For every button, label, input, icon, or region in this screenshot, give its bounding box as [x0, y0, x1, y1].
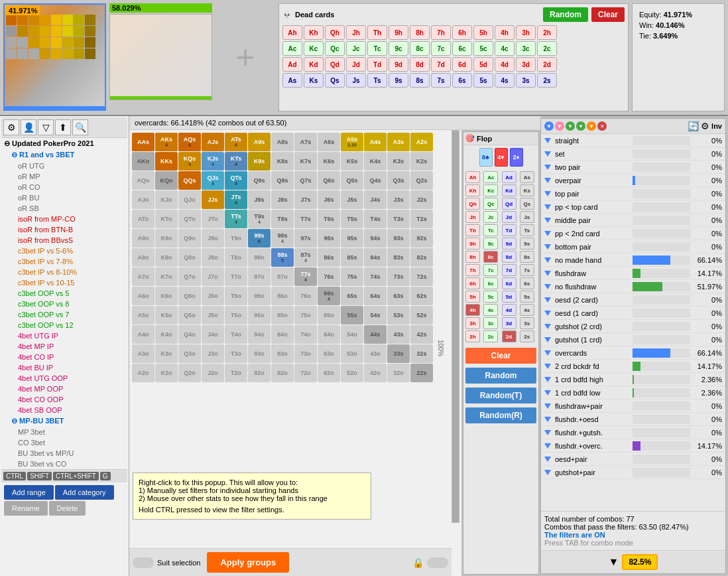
matrix-cell-T5s[interactable]: T5s	[341, 210, 363, 228]
dead-card-9c[interactable]: 9c	[389, 41, 408, 56]
dead-card-5h[interactable]: 5h	[473, 25, 493, 40]
matrix-cell-74o[interactable]: 74o	[294, 325, 317, 344]
matrix-cell-K5o[interactable]: K5o	[155, 306, 178, 324]
matrix-cell-A9s[interactable]: A9s	[248, 133, 271, 151]
matrix-cell-J6o[interactable]: J6o	[202, 287, 224, 305]
matrix-cell-K8s[interactable]: K8s	[271, 152, 294, 171]
dead-card-Ac[interactable]: Ac	[282, 41, 302, 56]
matrix-cell-77s[interactable]: 77s4	[294, 267, 317, 286]
matrix-cell-J6s[interactable]: J6s	[318, 190, 340, 209]
matrix-cell-A7o[interactable]: A7o	[132, 267, 154, 286]
flop-grid-card-7h[interactable]: 7h	[465, 264, 480, 276]
matrix-cell-KKs[interactable]: KKs	[155, 152, 178, 171]
matrix-cell-83s[interactable]: 83s	[387, 248, 410, 267]
search-button[interactable]: 🔍	[72, 119, 88, 135]
flop-grid-card-3c[interactable]: 3c	[483, 317, 498, 329]
sidebar-item-6[interactable]: oR SB	[1, 203, 127, 214]
matrix-cell-Q9o[interactable]: Q9o	[178, 229, 201, 248]
matrix-cell-32s[interactable]: 32s	[410, 344, 433, 363]
dead-card-4s[interactable]: 4s	[495, 73, 515, 88]
stat-row-24[interactable]: oesd+pair 0%	[541, 453, 725, 466]
dead-card-7d[interactable]: 7d	[431, 57, 451, 72]
matrix-cell-TTs[interactable]: TTs4	[225, 210, 247, 228]
dead-card-Jc[interactable]: Jc	[346, 41, 366, 56]
dead-card-Qs[interactable]: Qs	[325, 73, 345, 88]
dead-card-3d[interactable]: 3d	[516, 57, 536, 72]
matrix-cell-66s[interactable]: 66s4	[318, 287, 340, 305]
matrix-cell-A5s[interactable]: A5s0.50	[341, 133, 363, 151]
sidebar-item-2[interactable]: oR UTG	[1, 161, 127, 171]
matrix-cell-T6o[interactable]: T6o	[225, 287, 247, 305]
filter-icon-blue[interactable]: ▼	[544, 121, 554, 131]
matrix-cell-JJs[interactable]: JJs	[202, 190, 224, 209]
matrix-cell-97s[interactable]: 97s	[294, 229, 317, 248]
dead-card-7c[interactable]: 7c	[431, 41, 451, 56]
matrix-cell-87s[interactable]: 87s4	[294, 248, 317, 267]
filter-tri-11[interactable]	[544, 284, 551, 289]
matrix-cell-K8o[interactable]: K8o	[155, 248, 178, 267]
matrix-cell-J3s[interactable]: J3s	[387, 190, 410, 209]
matrix-cell-T3o[interactable]: T3o	[225, 344, 247, 363]
matrix-cell-KJo[interactable]: KJo	[155, 190, 178, 209]
flop-grid-card-Td[interactable]: Td	[502, 224, 516, 236]
matrix-cell-QQs[interactable]: QQs	[178, 171, 201, 190]
flop-grid-card-Ts[interactable]: Ts	[520, 224, 534, 236]
matrix-cell-A7s[interactable]: A7s	[294, 133, 317, 151]
matrix-cell-T2s[interactable]: T2s	[410, 210, 433, 228]
matrix-cell-Q2s[interactable]: Q2s	[410, 171, 433, 190]
matrix-cell-Q6s[interactable]: Q6s	[318, 171, 340, 190]
filter-tri-13[interactable]	[544, 311, 551, 316]
matrix-cell-Q5o[interactable]: Q5o	[178, 306, 201, 324]
matrix-cell-J4s[interactable]: J4s	[364, 190, 387, 209]
sidebar-item-18[interactable]: 4bet UTG IP	[1, 330, 127, 341]
matrix-cell-96s[interactable]: 96s	[318, 229, 340, 248]
matrix-cell-73o[interactable]: 73o	[294, 344, 317, 363]
stat-row-9[interactable]: no made hand 66.14%	[541, 253, 725, 267]
matrix-cell-Q7o[interactable]: Q7o	[178, 267, 201, 286]
matrix-cell-J2s[interactable]: J2s	[410, 190, 433, 209]
matrix-cell-33s[interactable]: 33s	[387, 344, 410, 363]
matrix-cell-98s[interactable]: 98s4	[271, 229, 294, 248]
dead-card-7h[interactable]: 7h	[431, 25, 451, 40]
matrix-cell-K3s[interactable]: K3s	[387, 152, 410, 171]
matrix-cell-K3o[interactable]: K3o	[155, 344, 178, 363]
matrix-cell-Q9s[interactable]: Q9s	[248, 171, 271, 190]
matrix-cell-Q8s[interactable]: Q8s	[271, 171, 294, 190]
sidebar-item-26[interactable]: ⊖ MP-BU 3BET	[1, 415, 127, 427]
matrix-cell-K7s[interactable]: K7s	[294, 152, 317, 171]
filter-tri-10[interactable]	[544, 271, 551, 276]
sidebar-item-21[interactable]: 4bet BU IP	[1, 362, 127, 373]
matrix-cell-Q3o[interactable]: Q3o	[178, 344, 201, 363]
matrix-cell-52s[interactable]: 52s	[410, 306, 433, 324]
flop-grid-card-As[interactable]: As	[520, 171, 534, 183]
matrix-cell-K2o[interactable]: K2o	[155, 364, 178, 382]
filter-icon-pink[interactable]: ▼	[555, 121, 564, 131]
flop-grid-card-Ah[interactable]: Ah	[465, 171, 480, 183]
filter-tri-5[interactable]	[544, 204, 551, 210]
flop-grid-card-Kc[interactable]: Kc	[483, 184, 498, 196]
stat-row-12[interactable]: oesd (2 card) 0%	[541, 293, 725, 307]
stat-row-3[interactable]: overpair 0%	[541, 174, 725, 187]
flop-random-r-btn[interactable]: Random(R)	[465, 407, 536, 423]
sidebar-item-20[interactable]: 4bet CO IP	[1, 352, 127, 362]
matrix-cell-22s[interactable]: 22s	[410, 364, 433, 382]
matrix-cell-Q4s[interactable]: Q4s	[364, 171, 387, 190]
matrix-cell-AJs[interactable]: AJs	[202, 133, 224, 151]
flop-grid-card-2s[interactable]: 2s	[520, 330, 534, 342]
flop-grid-card-Qc[interactable]: Qc	[483, 198, 498, 210]
flop-grid-card-7s[interactable]: 7s	[520, 264, 534, 276]
sidebar-item-4[interactable]: oR CO	[1, 182, 127, 192]
flop-grid-card-Qd[interactable]: Qd	[502, 198, 516, 210]
flop-grid-card-9d[interactable]: 9d	[502, 238, 516, 250]
flop-grid-card-Kd[interactable]: Kd	[502, 184, 516, 196]
dead-card-5d[interactable]: 5d	[473, 57, 493, 72]
flop-grid-card-Ac[interactable]: Ac	[483, 171, 498, 183]
stat-row-8[interactable]: bottom pair 0%	[541, 240, 725, 253]
matrix-cell-A2o[interactable]: A2o	[132, 364, 154, 382]
settings-icon[interactable]: ⚙	[701, 121, 709, 131]
matrix-cell-KTs[interactable]: KTs4	[225, 152, 247, 171]
stat-row-10[interactable]: flushdraw 14.17%	[541, 267, 725, 280]
matrix-cell-T6s[interactable]: T6s	[318, 210, 340, 228]
matrix-cell-93o[interactable]: 93o	[248, 344, 271, 363]
flop-grid-card-5s[interactable]: 5s	[520, 291, 534, 303]
